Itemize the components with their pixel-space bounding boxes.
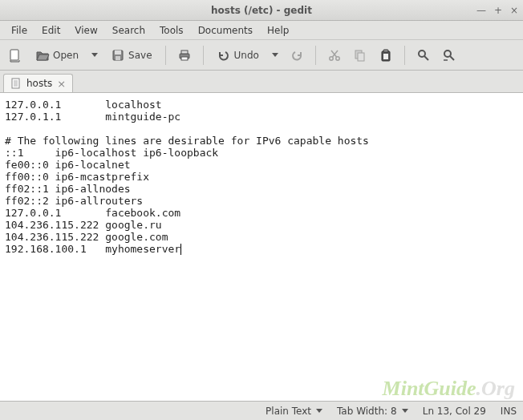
undo-icon	[217, 48, 231, 63]
titlebar: hosts (/etc) - gedit — + ×	[0, 0, 523, 21]
chevron-down-icon	[402, 409, 408, 413]
svg-rect-16	[12, 79, 19, 88]
text-editor[interactable]: 127.0.0.1 localhost 127.0.1.1 mintguide-…	[0, 93, 523, 401]
svg-point-14	[419, 50, 425, 57]
open-button-group: Open	[30, 45, 101, 66]
syntax-label: Plain Text	[266, 406, 311, 417]
tabwidth-label: Tab Width:	[337, 406, 387, 417]
cut-button[interactable]	[324, 45, 345, 66]
tabbar: hosts ×	[0, 71, 523, 93]
undo-button[interactable]: Undo	[212, 45, 264, 66]
open-label: Open	[53, 50, 79, 61]
open-button[interactable]: Open	[30, 45, 83, 66]
tabwidth-value: 8	[391, 406, 397, 417]
svg-rect-6	[181, 57, 188, 60]
undo-label: Undo	[234, 50, 259, 61]
menu-file[interactable]: File	[5, 22, 34, 38]
svg-rect-3	[116, 56, 120, 60]
toolbar-separator	[315, 46, 316, 65]
save-label: Save	[128, 50, 152, 61]
insert-mode[interactable]: INS	[501, 406, 517, 417]
chevron-down-icon	[272, 53, 278, 57]
svg-rect-12	[383, 50, 388, 52]
maximize-button[interactable]: +	[494, 5, 502, 16]
menu-documents[interactable]: Documents	[192, 22, 259, 38]
svg-rect-2	[115, 50, 121, 55]
svg-point-7	[330, 56, 333, 59]
toolbar-separator	[165, 46, 166, 65]
tab-label: hosts	[26, 78, 52, 89]
undo-dropdown[interactable]	[267, 50, 282, 60]
cursor-position-text: Ln 13, Col 29	[423, 406, 486, 417]
window-controls: — + ×	[476, 0, 518, 20]
syntax-selector[interactable]: Plain Text	[266, 406, 322, 417]
menu-tools[interactable]: Tools	[153, 22, 190, 38]
svg-rect-13	[383, 54, 388, 59]
cut-icon	[327, 48, 342, 63]
file-icon	[10, 78, 22, 89]
toolbar-separator	[203, 46, 204, 65]
paste-button[interactable]	[375, 45, 396, 66]
svg-rect-0	[10, 50, 18, 60]
print-icon	[177, 48, 192, 63]
cursor-position: Ln 13, Col 29	[423, 406, 486, 417]
insert-mode-text: INS	[501, 406, 517, 417]
text-cursor	[180, 244, 181, 255]
open-dropdown[interactable]	[87, 50, 101, 60]
statusbar: Plain Text Tab Width: 8 Ln 13, Col 29 IN…	[0, 401, 523, 420]
svg-rect-10	[358, 53, 364, 61]
tabwidth-selector[interactable]: Tab Width: 8	[337, 406, 408, 417]
find-button[interactable]	[413, 45, 434, 66]
copy-icon	[353, 48, 367, 63]
editor-content: 127.0.0.1 localhost 127.0.1.1 mintguide-…	[5, 99, 369, 255]
svg-point-15	[444, 50, 451, 57]
paste-icon	[379, 48, 393, 63]
svg-rect-5	[181, 50, 188, 54]
new-document-icon	[8, 48, 22, 63]
new-document-button[interactable]	[5, 45, 26, 66]
close-button[interactable]: ×	[510, 5, 518, 16]
redo-button[interactable]	[286, 45, 307, 66]
find-replace-button[interactable]	[439, 45, 460, 66]
save-icon	[111, 48, 125, 63]
toolbar-separator	[404, 46, 405, 65]
chevron-down-icon	[91, 53, 98, 57]
undo-button-group: Undo	[212, 45, 282, 66]
menu-edit[interactable]: Edit	[35, 22, 67, 38]
print-button[interactable]	[174, 45, 195, 66]
menu-view[interactable]: View	[68, 22, 103, 38]
search-icon	[416, 48, 431, 63]
copy-button[interactable]	[350, 45, 371, 66]
window-title: hosts (/etc) - gedit	[0, 5, 523, 16]
find-replace-icon	[442, 48, 456, 63]
toolbar: Open Save Undo	[0, 40, 523, 71]
tab-close-button[interactable]: ×	[57, 79, 66, 89]
menu-search[interactable]: Search	[106, 22, 152, 38]
minimize-button[interactable]: —	[476, 5, 486, 16]
menubar: File Edit View Search Tools Documents He…	[0, 21, 523, 40]
menu-help[interactable]: Help	[261, 22, 295, 38]
save-button[interactable]: Save	[106, 45, 156, 66]
document-tab[interactable]: hosts ×	[3, 74, 73, 92]
redo-icon	[290, 48, 304, 63]
chevron-down-icon	[316, 409, 322, 413]
svg-point-8	[336, 56, 339, 59]
folder-open-icon	[35, 48, 50, 63]
